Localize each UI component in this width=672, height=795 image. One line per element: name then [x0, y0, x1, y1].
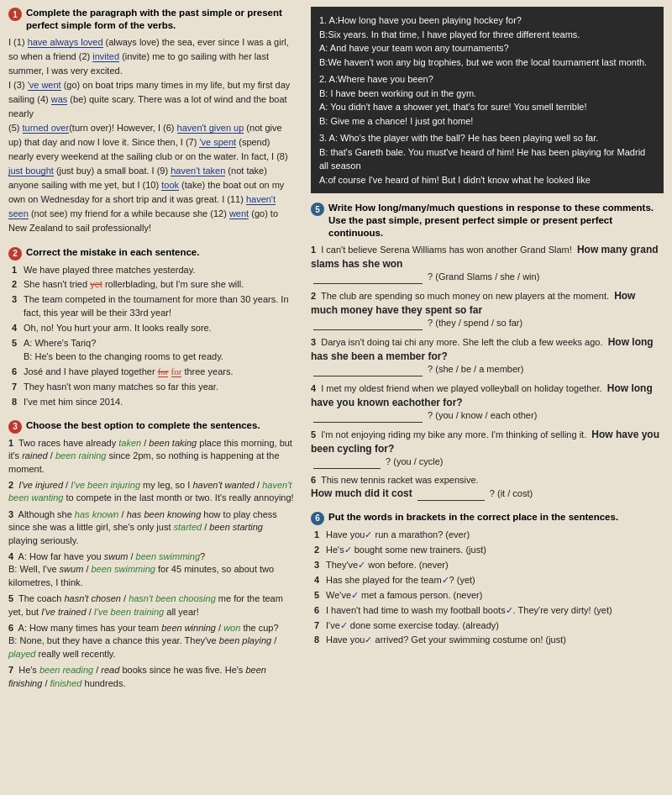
section-3-title: Choose the best option to complete the s… — [26, 419, 260, 432]
list-item: 4Oh, no! You hurt your arm. It looks rea… — [12, 322, 294, 335]
list-item: 5A: Where's Tariq?B: He's been to the ch… — [12, 337, 294, 364]
section-3-body: 1 Two races have already taken / been ta… — [8, 437, 294, 690]
list-item: 1Have you✓ run a marathon? (ever) — [314, 529, 664, 542]
dialogue-line: A:of course I've heard of him! But I did… — [319, 173, 655, 187]
answer-1-7: 've spent — [199, 137, 236, 148]
list-item: 4Has she played for the team✓? (yet) — [314, 574, 664, 587]
section-2-header: 2 Correct the mistake in each sentence. — [8, 246, 294, 261]
list-item: 6I haven't had time to wash my football … — [314, 604, 664, 618]
list-item: 7They hasn't won many matches so far thi… — [12, 381, 294, 394]
list-item: 2She hasn't tried yet rollerblading, but… — [12, 278, 294, 292]
s5-answer-2: How much money have they spent so far — [311, 290, 635, 316]
list-item: 1We have played three matches yesterday. — [12, 264, 294, 277]
list-item: 3They've✓ won before. (never) — [314, 559, 664, 572]
list-item: 5 The coach hasn't chosen / hasn't been … — [8, 592, 294, 619]
section-1-body: I (1) have always loved (always love) th… — [8, 35, 294, 236]
dialogue-line: B: that's Gareth bale. You must've heard… — [319, 145, 655, 173]
list-item: 2 The club are spending so much money on… — [311, 289, 664, 330]
dialogue-line: B: Give me a chance! I just got home! — [319, 114, 655, 129]
section-5-list: 1 I can't believe Serena Williams has wo… — [311, 243, 664, 501]
section-3: 3 Choose the best option to complete the… — [8, 419, 294, 690]
section-5-title: Write How long/many/much questions in re… — [328, 202, 664, 240]
section-3-number: 3 — [8, 420, 22, 434]
answer-1-4: was — [51, 94, 68, 105]
section-6-number: 6 — [311, 512, 324, 525]
section-2: 2 Correct the mistake in each sentence. … — [8, 246, 294, 409]
section-6: 6 Put the words in brackets in the corre… — [311, 511, 664, 648]
left-column: 1 Complete the paragraph with the past s… — [0, 0, 302, 795]
dialogue-line: A: You didn't have a shower yet, that's … — [319, 100, 655, 114]
list-item: 5 I'm not enjoying riding my bike any mo… — [311, 428, 664, 469]
section-2-list: 1We have played three matches yesterday.… — [8, 264, 294, 409]
list-item: 7 He's been reading / read books since h… — [8, 664, 294, 690]
dialogue-line: B: I have been working out in the gym. — [319, 87, 655, 101]
dialogue-line: A: And have your team won any tournament… — [319, 41, 655, 55]
section-1: 1 Complete the paragraph with the past s… — [8, 7, 294, 236]
list-item: 2 I've injured / I've been injuring my l… — [8, 479, 294, 505]
section-6-list: 1Have you✓ run a marathon? (ever) 2He's✓… — [311, 529, 664, 648]
list-item: 6 A: How many times has your team been w… — [8, 622, 294, 661]
list-item: 1 I can't believe Serena Williams has wo… — [311, 243, 664, 284]
list-item: 5We've✓ met a famous person. (never) — [314, 589, 664, 603]
list-item: 4 I met my oldest friend when we played … — [311, 382, 664, 423]
list-item: 6José and I have played together for for… — [12, 366, 294, 379]
s5-answer-5: How have you been cycling for? — [311, 429, 659, 455]
answer-1-8: just bought — [8, 166, 54, 176]
answer-1-9: haven't taken — [171, 166, 225, 176]
list-item: 2He's✓ bought some new trainers. (just) — [314, 544, 664, 557]
s5-answer-3: How long has she been a member for? — [311, 336, 654, 362]
section-1-header: 1 Complete the paragraph with the past s… — [8, 7, 294, 32]
list-item: 8I've met him since 2014. — [12, 396, 294, 409]
answer-1-6: haven't given up — [177, 123, 244, 134]
dialogue-line: 2. A:Where have you been? — [319, 72, 655, 87]
s5-answer-6: How much did it cost — [311, 487, 412, 499]
section-1-number: 1 — [8, 8, 22, 21]
list-item: 4 A: How far have you swum / been swimmi… — [8, 550, 294, 589]
section-6-header: 6 Put the words in brackets in the corre… — [311, 511, 664, 525]
list-item: 8Have you✓ arrived? Get your swimming co… — [314, 634, 664, 647]
right-column: 1. A:How long have you been playing hock… — [302, 0, 672, 795]
dialogue-line: 1. A:How long have you been playing hock… — [319, 13, 655, 28]
section-2-body: 1We have played three matches yesterday.… — [8, 264, 294, 409]
list-item: 3The team competed in the tournament for… — [12, 293, 294, 320]
section-2-number: 2 — [8, 247, 22, 261]
section-6-title: Put the words in brackets in the correct… — [328, 511, 618, 524]
answer-1-12: went — [229, 208, 249, 219]
section-3-header: 3 Choose the best option to complete the… — [8, 419, 294, 434]
answer-1-5: turned over — [23, 123, 70, 134]
list-item: 3 Although she has known / has been know… — [8, 508, 294, 547]
list-item: 6 This new tennis racket was expensive. … — [311, 474, 664, 501]
answer-1-1: have always loved — [28, 37, 103, 48]
section-1-title: Complete the paragraph with the past sim… — [26, 7, 294, 32]
section-5-body: 1 I can't believe Serena Williams has wo… — [311, 243, 664, 501]
list-item: 1 Two races have already taken / been ta… — [8, 437, 294, 476]
answer-1-3: 've went — [28, 80, 61, 91]
section-2-title: Correct the mistake in each sentence. — [26, 246, 199, 259]
s5-answer-1: How many grand slams has she won — [311, 244, 659, 270]
dialogue-line: B:Six years. In that time, I have played… — [319, 28, 655, 42]
answer-1-10: took — [161, 180, 179, 191]
section-5-header: 5 Write How long/many/much questions in … — [311, 202, 664, 240]
answer-1-2: invited — [92, 51, 119, 62]
dialogue-line: B:We haven't won any big trophies, but w… — [319, 55, 655, 70]
dialogue-line: 3. A: Who's the player with the ball? He… — [319, 131, 655, 145]
section-3-list: 1 Two races have already taken / been ta… — [8, 437, 294, 690]
section-5: 5 Write How long/many/much questions in … — [311, 202, 664, 501]
s5-answer-4: How long have you known eachother for? — [311, 382, 655, 408]
list-item: 7I've✓ done some exercise today. (alread… — [314, 619, 664, 633]
list-item: 3 Darya isn't doing tai chi any more. Sh… — [311, 335, 664, 376]
section-6-body: 1Have you✓ run a marathon? (ever) 2He's✓… — [311, 529, 664, 648]
section-4-dialogue: 1. A:How long have you been playing hock… — [311, 7, 664, 193]
section-5-number: 5 — [311, 203, 324, 216]
